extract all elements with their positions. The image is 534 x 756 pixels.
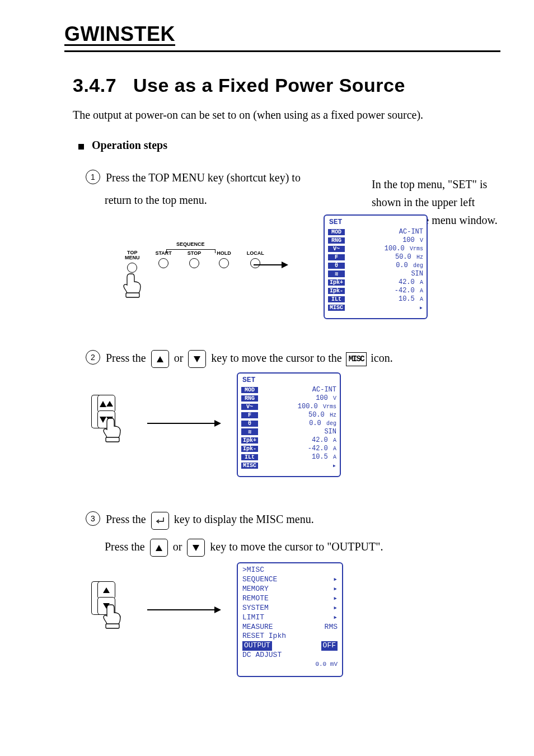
misc-value: ▸ xyxy=(333,613,338,623)
lcd-misc-tag: MISC xyxy=(328,305,345,311)
arrow-right-icon xyxy=(147,423,220,424)
lcd-value: AC-INT xyxy=(348,228,423,236)
lcd-tag: RNG xyxy=(328,237,345,244)
misc-row: REMOTE▸ xyxy=(242,594,338,604)
operation-steps-heading: Operation steps xyxy=(78,139,500,152)
lcd-tag: Ipk+ xyxy=(328,279,345,286)
section-title: Use as a Fixed Power Source xyxy=(133,74,405,96)
top-menu-key-icon xyxy=(127,263,137,273)
step3-text-c: Press the xyxy=(105,540,145,553)
misc-value: ▸ xyxy=(333,575,338,585)
lcd-row: RNG100 V xyxy=(328,236,423,244)
svg-rect-1 xyxy=(106,437,119,442)
local-button[interactable]: LOCAL xyxy=(247,250,264,268)
hand-press-icon xyxy=(102,417,127,443)
misc-label: SYSTEM xyxy=(242,604,269,613)
lcd-tag: RNG xyxy=(241,395,258,402)
misc-label: SEQUENCE xyxy=(242,575,277,585)
lcd-arrow-icon: ▸ xyxy=(261,461,336,470)
step-1: 1 Press the TOP MENU key (shortcut key) … xyxy=(86,169,500,209)
lcd-row: ILt10.5 A xyxy=(328,295,423,303)
svg-rect-0 xyxy=(126,293,139,297)
figure-step1: SEQUENCE TOP MENU START STOP HOLD LOCAL xyxy=(86,217,500,329)
lcd-value: -42.0 A xyxy=(348,287,423,295)
lcd-value: 0.0 deg xyxy=(348,262,423,269)
sequence-bracket-icon xyxy=(166,249,216,255)
lcd-row: ≋SIN xyxy=(241,428,336,436)
sequence-label: SEQUENCE xyxy=(176,241,205,247)
step-number-3: 3 xyxy=(86,511,100,526)
lcd-title: SET xyxy=(241,376,336,385)
lcd-value: -42.0 A xyxy=(261,445,336,452)
lcd-misc-screen: >MISC SEQUENCE▸MEMORY▸REMOTE▸SYSTEM▸LIMI… xyxy=(237,562,343,677)
lcd-tag: F xyxy=(328,254,345,260)
arrow-right-icon xyxy=(147,609,220,610)
misc-row: SEQUENCE▸ xyxy=(242,575,338,585)
step2-text-b: or xyxy=(174,352,184,364)
step3-text-b: key to display the MISC menu. xyxy=(174,513,314,525)
top-menu-label: TOP MENU xyxy=(125,250,140,260)
lcd-row: ILt10.5 A xyxy=(241,453,336,461)
misc-label: LIMIT xyxy=(242,613,264,623)
misc-dcadj-value: 0.0 mV xyxy=(242,660,338,668)
lcd-tag: V~ xyxy=(241,404,258,410)
step1-text-a: Press the TOP MENU key (shortcut key) to xyxy=(106,171,301,184)
lcd-set-screen-1: SET MODAC-INTRNG100 VV~100.0 VrmsF50.0 H… xyxy=(324,214,428,319)
figure-step3: >MISC SEQUENCE▸MEMORY▸REMOTE▸SYSTEM▸LIMI… xyxy=(86,564,500,682)
lcd-row: ≋SIN xyxy=(328,270,423,278)
lcd-value: 10.5 A xyxy=(261,453,336,461)
misc-value: ▸ xyxy=(333,594,338,604)
intro-paragraph: The output at power-on can be set to on … xyxy=(73,106,492,123)
lcd-value: 100.0 Vrms xyxy=(261,403,336,410)
stop-key-icon xyxy=(189,258,199,268)
step3-text-a: Press the xyxy=(106,513,146,525)
misc-row: LIMIT▸ xyxy=(242,613,338,623)
updown-keys[interactable] xyxy=(91,395,115,428)
enter-key-icon[interactable] xyxy=(151,512,169,530)
lcd-title: SET xyxy=(328,218,423,227)
updown-keys[interactable] xyxy=(91,581,115,615)
header-rule xyxy=(64,50,500,52)
lcd-value: SIN xyxy=(261,428,336,436)
down-key-icon[interactable] xyxy=(187,539,205,557)
lcd-set-screen-2: SET MODAC-INTRNG100 VV~100.0 VrmsF50.0 H… xyxy=(237,372,341,477)
figure-step2: SET MODAC-INTRNG100 VV~100.0 VrmsF50.0 H… xyxy=(86,372,500,490)
lcd-row: F50.0 Hz xyxy=(328,253,423,261)
lcd-tag: ILt xyxy=(241,454,258,460)
lcd-row: MODAC-INT xyxy=(241,386,336,394)
section-heading: 3.4.7 Use as a Fixed Power Source xyxy=(73,74,500,96)
lcd-value: 0.0 deg xyxy=(261,419,336,427)
lcd-row: F50.0 Hz xyxy=(241,411,336,419)
step3-text-e: key to move the cursor to "OUTPUT". xyxy=(210,540,383,553)
lcd-value: 42.0 A xyxy=(348,278,423,286)
lcd-row: Ipk--42.0 A xyxy=(328,287,423,295)
hold-button[interactable]: HOLD xyxy=(217,250,231,268)
lcd-value: SIN xyxy=(348,270,423,278)
down-key-icon[interactable] xyxy=(188,350,206,368)
misc-value: ▸ xyxy=(333,604,338,613)
up-key-icon[interactable] xyxy=(151,350,169,368)
misc-dcadjust-row: DC ADJUST xyxy=(242,651,338,660)
lcd-value: 10.5 A xyxy=(348,295,423,303)
lcd-row: MODAC-INT xyxy=(328,228,423,236)
lcd-tag: ≋ xyxy=(241,428,258,435)
up-key-icon[interactable] xyxy=(150,539,168,557)
top-menu-button[interactable]: TOP MENU xyxy=(125,250,140,273)
lcd-tag: Ipk+ xyxy=(241,437,258,444)
lcd-row: RNG100 V xyxy=(241,394,336,402)
lcd-tag: ILt xyxy=(328,296,345,302)
lcd-row: V~100.0 Vrms xyxy=(328,245,423,253)
lcd-misc-tag: MISC xyxy=(241,463,258,469)
step2-text-d: icon. xyxy=(371,352,392,364)
lcd-tag: θ xyxy=(328,263,345,269)
misc-row: SYSTEM▸ xyxy=(242,604,338,613)
lcd-tag: V~ xyxy=(328,246,345,252)
lcd-value: 50.0 Hz xyxy=(261,411,336,419)
misc-value: RMS xyxy=(325,623,338,632)
misc-output-row: OUTPUT OFF xyxy=(242,641,338,651)
misc-label: REMOTE xyxy=(242,594,269,604)
lcd-tag: Ipk- xyxy=(328,288,345,294)
misc-dcadj-label: DC ADJUST xyxy=(242,651,282,660)
misc-row: MEASURERMS xyxy=(242,623,338,632)
page: GWINSTEK 3.4.7 Use as a Fixed Power Sour… xyxy=(0,0,534,756)
